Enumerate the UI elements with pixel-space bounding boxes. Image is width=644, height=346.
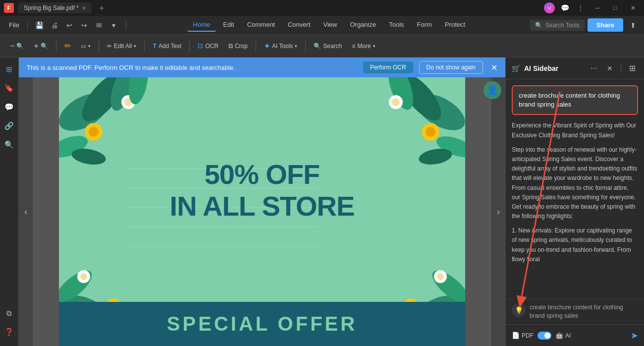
redo-button[interactable]: ↪ bbox=[77, 18, 91, 32]
ai-suggestion-area: 💡 create brochure content for clothing b… bbox=[506, 299, 644, 324]
sidebar-item-comment[interactable]: 💬 bbox=[1, 99, 17, 115]
upload-icon[interactable]: ⬆ bbox=[626, 18, 640, 32]
maximize-button[interactable]: □ bbox=[608, 3, 622, 13]
ocr-button[interactable]: ⊡ OCR bbox=[194, 40, 222, 52]
more-options-icon[interactable]: ⋮ bbox=[575, 2, 587, 14]
notification-bar: This is a scanned PDF. Perform OCR to ma… bbox=[19, 58, 505, 77]
page-user-icon: 👤 bbox=[483, 81, 501, 99]
file-menu[interactable]: File bbox=[4, 19, 24, 31]
close-button[interactable]: ✕ bbox=[626, 3, 640, 13]
zoom-in-button[interactable]: + 🔍 bbox=[30, 39, 52, 53]
file-actions: 💾 🖨 ↩ ↪ ✉ ▾ bbox=[33, 18, 121, 32]
mode-toggle[interactable] bbox=[537, 332, 551, 340]
mail-button[interactable]: ✉ bbox=[92, 18, 106, 32]
search-button[interactable]: 🔍 Search bbox=[310, 40, 346, 52]
close-notification-button[interactable]: ✕ bbox=[491, 63, 497, 72]
tab-view[interactable]: View bbox=[318, 18, 343, 32]
tab-home[interactable]: Home bbox=[187, 18, 216, 32]
sep6 bbox=[305, 40, 306, 52]
sidebar-item-pages[interactable]: ⊞ bbox=[1, 61, 17, 77]
print-button[interactable]: 🖨 bbox=[48, 18, 61, 32]
search-tools-icon: 🔍 bbox=[535, 22, 542, 29]
ai-sidebar-header: 🛒 AI Sidebar ⋯ ✕ ⊞ bbox=[506, 58, 644, 79]
rectangle-icon: ▭ bbox=[81, 43, 86, 50]
ai-tools-dropdown-icon: ▾ bbox=[295, 44, 297, 49]
sidebar-item-help[interactable]: ❓ bbox=[1, 324, 17, 340]
separator bbox=[27, 21, 28, 30]
ai-close-button[interactable]: ✕ bbox=[604, 62, 616, 74]
more-button[interactable]: ≡ More ▾ bbox=[348, 40, 379, 52]
svg-point-4 bbox=[89, 127, 99, 137]
search-icon: 🔍 bbox=[314, 43, 321, 50]
more-label: More bbox=[357, 43, 371, 50]
suggestion-icon: 💡 bbox=[512, 303, 526, 317]
ai-settings-icon[interactable]: ⊞ bbox=[626, 62, 638, 74]
prev-page-button[interactable]: ‹ bbox=[19, 77, 33, 346]
sep5 bbox=[256, 40, 256, 52]
tab-comment[interactable]: Comment bbox=[241, 18, 281, 32]
crop-button[interactable]: ⧉ Crop bbox=[224, 40, 252, 53]
pdf-label: PDF bbox=[522, 332, 534, 339]
ai-more-button[interactable]: ⋯ bbox=[588, 62, 600, 74]
edit-all-label: Edit All bbox=[114, 43, 132, 50]
response-para3: 1. New Arrivals: Explore our captivating… bbox=[512, 226, 638, 264]
new-tab-button[interactable]: ＋ bbox=[96, 2, 107, 14]
special-offer-text: SPECIAL OFFER bbox=[167, 313, 357, 335]
tab-tools[interactable]: Tools bbox=[383, 18, 410, 32]
send-button[interactable]: ➤ bbox=[631, 330, 638, 341]
tab-convert[interactable]: Convert bbox=[282, 18, 317, 32]
more-dropdown-icon: ▾ bbox=[373, 44, 376, 49]
svg-point-33 bbox=[437, 273, 444, 280]
undo-button[interactable]: ↩ bbox=[62, 18, 76, 32]
active-tab[interactable]: Spring Big Sale.pdf * ✕ bbox=[18, 2, 92, 13]
svg-point-14 bbox=[426, 127, 435, 137]
share-button[interactable]: Share bbox=[588, 18, 623, 32]
minimize-button[interactable]: ─ bbox=[590, 3, 604, 13]
ai-bottom-bar: 📄 PDF 🤖 AI ➤ bbox=[506, 324, 644, 346]
sidebar-item-bookmark[interactable]: 🔖 bbox=[1, 80, 17, 96]
pdf-area: This is a scanned PDF. Perform OCR to ma… bbox=[19, 58, 505, 346]
sidebar-item-layers[interactable]: ⧉ bbox=[1, 305, 17, 321]
dropdown-button[interactable]: ▾ bbox=[107, 18, 121, 32]
tab-organize[interactable]: Organize bbox=[344, 18, 382, 32]
next-page-button[interactable]: › bbox=[491, 77, 505, 346]
toolbar: − 🔍 + 🔍 ✏ ▭ ▾ ✏ Edit All ▾ T Add Text ⊡ … bbox=[0, 35, 644, 58]
sep1 bbox=[56, 40, 56, 52]
title-bar: F Spring Big Sale.pdf * ✕ ＋ U 💬 ⋮ ─ □ ✕ bbox=[0, 0, 644, 16]
sep2 bbox=[99, 40, 99, 52]
tab-protect[interactable]: Protect bbox=[439, 18, 471, 32]
left-sidebar: ⊞ 🔖 💬 🔗 🔍 ⧉ ❓ bbox=[0, 58, 19, 346]
dismiss-notification-button[interactable]: Do not show again bbox=[419, 61, 483, 74]
separator bbox=[621, 64, 621, 73]
search-tools-label: Search Tools bbox=[545, 22, 580, 29]
tab-title: Spring Big Sale.pdf * bbox=[24, 4, 79, 11]
search-tools-button[interactable]: 🔍 Search Tools bbox=[530, 20, 585, 31]
edit-all-button[interactable]: ✏ Edit All ▾ bbox=[103, 40, 141, 52]
add-text-button[interactable]: T Add Text bbox=[149, 40, 185, 52]
save-button[interactable]: 💾 bbox=[33, 18, 47, 32]
tab-edit[interactable]: Edit bbox=[217, 18, 240, 32]
avatar[interactable]: U bbox=[544, 2, 555, 13]
close-tab-button[interactable]: ✕ bbox=[82, 5, 86, 11]
main-layout: ⊞ 🔖 💬 🔗 🔍 ⧉ ❓ This is a scanned PDF. Per… bbox=[0, 58, 644, 346]
add-text-label: Add Text bbox=[159, 43, 181, 50]
sidebar-item-search[interactable]: 🔍 bbox=[1, 137, 17, 153]
highlight-button[interactable]: ✏ bbox=[60, 39, 75, 53]
chat-icon[interactable]: 💬 bbox=[559, 2, 571, 14]
ocr-icon: ⊡ bbox=[198, 42, 203, 50]
zoom-out-button[interactable]: − 🔍 bbox=[6, 39, 28, 53]
query-text: create brochure content for clothing bra… bbox=[519, 92, 620, 108]
perform-ocr-button[interactable]: Perform OCR bbox=[363, 61, 413, 73]
pdf-icon: 📄 bbox=[512, 332, 520, 339]
ai-cart-icon: 🛒 bbox=[512, 64, 520, 72]
ai-sidebar-body: create brochure content for clothing bra… bbox=[506, 79, 644, 299]
ai-label-item: 🤖 AI bbox=[555, 332, 571, 339]
sidebar-item-attachment[interactable]: 🔗 bbox=[1, 118, 17, 134]
ai-tools-button[interactable]: ✦ AI Tools ▾ bbox=[260, 40, 301, 53]
rectangle-button[interactable]: ▭ ▾ bbox=[77, 40, 95, 52]
ai-tools-label: AI Tools bbox=[272, 43, 293, 50]
pdf-page: 👤 bbox=[19, 77, 505, 346]
tab-form[interactable]: Form bbox=[411, 18, 438, 32]
ai-icon-bottom: 🤖 bbox=[555, 332, 563, 339]
ocr-label: OCR bbox=[205, 43, 218, 50]
